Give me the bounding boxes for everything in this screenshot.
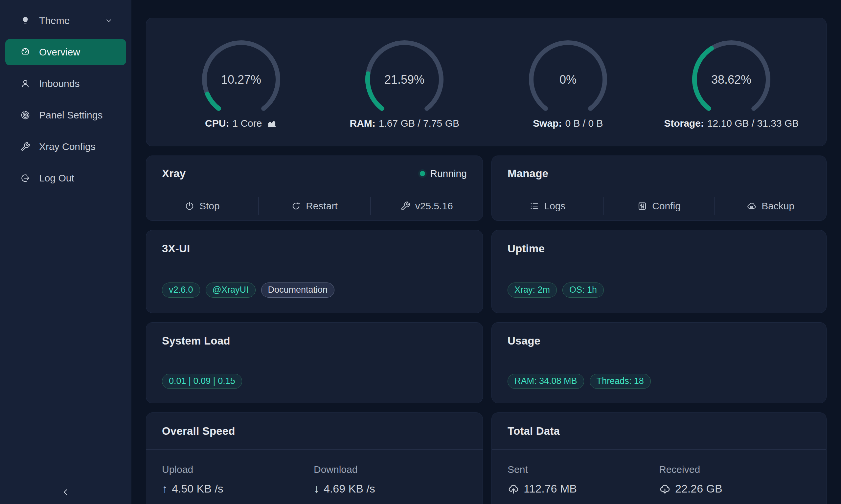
power-icon [185,201,194,211]
cpu-gauge-chart: 10.27% [200,38,282,121]
cloud-upload-icon [508,483,519,495]
arrow-down-icon: ↓ [314,482,319,495]
sidebar-collapse-button[interactable] [0,488,132,497]
version-tag[interactable]: v2.6.0 [162,283,200,298]
cloud-server-icon [747,201,757,211]
backup-button-label: Backup [761,200,794,212]
system-load-card: System Load 0.01 | 0.09 | 0.15 [146,322,483,403]
swap-label-prefix: Swap: [533,118,562,129]
main-content: 10.27% CPU: 1 Core 21.59% RAM: 1.67 GB /… [146,0,826,504]
storage-gauge-value: 38.62% [711,73,751,86]
system-load-tags: 0.01 | 0.09 | 0.15 [146,359,483,403]
ram-gauge-chart: 21.59% [363,38,445,121]
user-icon [20,79,30,89]
xray-status-text: Running [430,168,467,179]
sidebar-item-overview[interactable]: Overview [5,39,126,65]
overall-speed-card: Overall Speed Upload ↑ 4.50 KB /s Downlo… [146,412,483,504]
sidebar-item-panel-settings[interactable]: Panel Settings [5,102,126,128]
upload-stat: Upload ↑ 4.50 KB /s [162,464,314,495]
sidebar-item-label: Xray Configs [39,141,96,152]
ram-gauge: 21.59% RAM: 1.67 GB / 7.75 GB [323,18,486,146]
total-data-card-title: Total Data [508,425,560,437]
xray-card-title: Xray [162,167,186,180]
load-average-tag: 0.01 | 0.09 | 0.15 [162,374,242,389]
arrow-up-icon: ↑ [162,482,168,495]
uptime-tags: Xray: 2m OS: 1h [492,267,826,313]
sidebar-item-theme[interactable]: Theme [5,7,126,34]
received-stat: Received 22.26 GB [659,464,810,495]
sidebar-item-xray-configs[interactable]: Xray Configs [5,133,126,160]
manage-card: Manage Logs [492,156,826,221]
xray-uptime-tag: Xray: 2m [508,283,557,298]
cloud-download-icon [659,483,671,495]
xray-actions: Stop Restart v25.5.16 [146,191,483,220]
list-icon [529,201,539,211]
storage-label-prefix: Storage: [664,118,704,129]
download-stat: Download ↓ 4.69 KB /s [314,464,465,495]
overall-speed-card-title: Overall Speed [162,425,235,437]
documentation-tag[interactable]: Documentation [261,283,335,298]
cpu-gauge: 10.27% CPU: 1 Core [159,18,323,146]
dashboard-gauge-icon [20,47,30,57]
restart-icon [291,201,301,211]
ram-label-value: 1.67 GB / 7.75 GB [379,118,459,129]
telegram-tag[interactable]: @XrayUI [206,283,256,298]
restart-button[interactable]: Restart [259,191,371,220]
sidebar-item-label: Inbounds [39,78,80,89]
logs-button[interactable]: Logs [492,191,603,220]
uptime-card: Uptime Xray: 2m OS: 1h [492,230,826,313]
config-button-label: Config [652,200,681,212]
swap-label-value: 0 B / 0 B [565,118,603,129]
xray-status-badge: Running [420,168,467,179]
manage-card-title: Manage [508,167,548,180]
manage-actions: Logs Config [492,191,826,220]
xui-card-title: 3X-UI [162,242,190,255]
usage-card-title: Usage [508,335,540,347]
stop-button[interactable]: Stop [146,191,258,220]
swap-gauge: 0% Swap: 0 B / 0 B [486,18,650,146]
xui-tags: v2.6.0 @XrayUI Documentation [146,267,483,313]
swap-gauge-chart: 0% [527,38,609,121]
storage-label-value: 12.10 GB / 31.33 GB [707,118,799,129]
usage-card: Usage RAM: 34.08 MB Threads: 18 [492,322,826,403]
sent-value: 112.76 MB [524,482,577,495]
ram-label-prefix: RAM: [350,118,376,129]
running-status-dot [420,171,425,176]
system-gauges-card: 10.27% CPU: 1 Core 21.59% RAM: 1.67 GB /… [146,18,826,146]
backup-button[interactable]: Backup [715,191,826,220]
total-data-body: Sent 112.76 MB Received [492,450,826,495]
storage-gauge-chart: 38.62% [690,38,772,121]
received-value: 22.26 GB [675,482,722,495]
upload-label: Upload [162,464,314,475]
stop-button-label: Stop [200,200,220,212]
xray-version-label: v25.5.16 [415,200,453,212]
sent-label: Sent [508,464,659,475]
os-uptime-tag: OS: 1h [562,283,604,298]
chevron-down-icon [104,16,113,25]
xui-card: 3X-UI v2.6.0 @XrayUI Documentation [146,230,483,313]
upload-value: 4.50 KB /s [172,482,223,495]
sidebar-item-label: Log Out [39,173,74,184]
gear-icon [20,110,30,120]
sent-stat: Sent 112.76 MB [508,464,659,495]
wrench-icon [400,201,410,211]
sidebar-item-log-out[interactable]: Log Out [5,165,126,191]
storage-gauge: 38.62% Storage: 12.10 GB / 31.33 GB [650,18,813,146]
area-chart-icon[interactable] [267,118,277,129]
swap-gauge-value: 0% [560,73,577,86]
ram-gauge-value: 21.59% [384,73,425,86]
cpu-gauge-value: 10.27% [221,73,261,86]
total-data-card: Total Data Sent 112.76 MB Received [492,412,826,504]
xray-version-button[interactable]: v25.5.16 [371,191,483,220]
sidebar-item-inbounds[interactable]: Inbounds [5,71,126,97]
usage-tags: RAM: 34.08 MB Threads: 18 [492,359,826,403]
download-value: 4.69 KB /s [324,482,375,495]
download-label: Download [314,464,465,475]
xray-card: Xray Running Stop [146,156,483,221]
sidebar-item-label: Overview [39,47,80,58]
system-load-card-title: System Load [162,335,230,347]
threads-tag: Threads: 18 [590,374,651,389]
config-button[interactable]: Config [603,191,715,220]
ram-gauge-label: RAM: 1.67 GB / 7.75 GB [350,118,459,129]
sidebar: Theme Overview Inbounds Panel Settings [0,0,132,504]
